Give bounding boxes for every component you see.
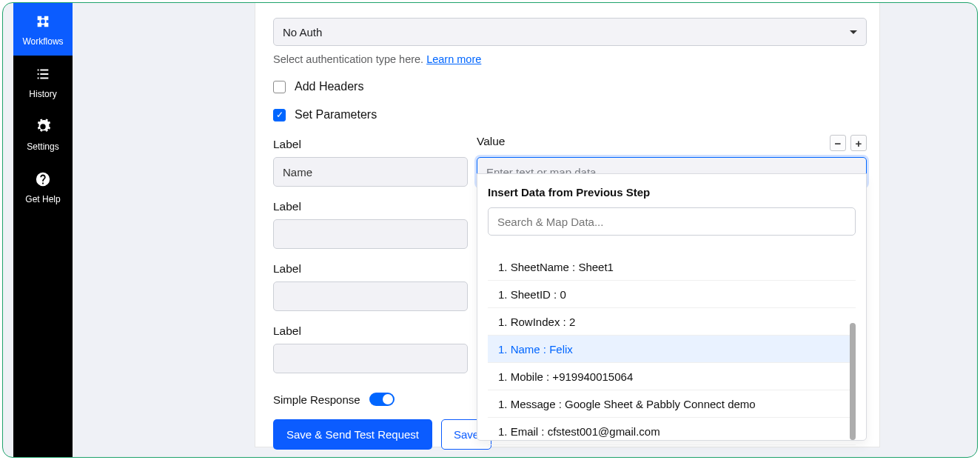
sidebar-item-label: Get Help <box>25 194 60 204</box>
chevron-down-icon <box>850 30 857 34</box>
dropdown-item[interactable]: 1. SheetID : 0 <box>488 281 856 308</box>
workflow-icon <box>35 13 51 32</box>
save-send-button[interactable]: Save & Send Test Request <box>273 419 432 450</box>
param-label-header: Label <box>273 138 468 151</box>
set-parameters-label: Set Parameters <box>295 108 377 121</box>
dropdown-title: Insert Data from Previous Step <box>488 186 856 199</box>
dropdown-item[interactable]: 1. Name : Felix <box>488 336 856 363</box>
sidebar-item-gethelp[interactable]: Get Help <box>13 161 73 213</box>
auth-helper-text: Select authentication type here. Learn m… <box>273 53 867 65</box>
help-icon <box>35 171 51 190</box>
add-param-button[interactable]: + <box>850 135 867 151</box>
add-headers-row: Add Headers <box>273 80 867 93</box>
parameters-section: Label Value − + Insert Data from Previou… <box>273 135 867 373</box>
list-icon <box>35 66 51 84</box>
dropdown-item[interactable]: 1. SheetName : Sheet1 <box>488 253 856 281</box>
learn-more-link[interactable]: Learn more <box>426 53 481 65</box>
param-label-input[interactable] <box>273 157 468 187</box>
simple-response-toggle[interactable] <box>369 393 395 406</box>
sidebar-item-label: Settings <box>27 141 58 152</box>
sidebar-item-workflows[interactable]: Workflows <box>13 3 73 56</box>
app-frame: Workflows History Settings Get Help No A… <box>2 2 978 458</box>
map-data-dropdown: Insert Data from Previous Step 1. SheetN… <box>477 173 867 441</box>
set-parameters-row: ✓ Set Parameters <box>273 108 867 121</box>
dropdown-item[interactable]: 1. Email : cfstest001@gmail.com <box>488 418 856 445</box>
config-card: No Auth Select authentication type here.… <box>255 3 880 447</box>
param-label-input[interactable] <box>273 281 468 311</box>
dropdown-search-input[interactable] <box>488 207 856 236</box>
dropdown-scrollbar[interactable] <box>850 323 856 440</box>
add-headers-checkbox[interactable] <box>273 81 286 93</box>
remove-param-button[interactable]: − <box>830 135 846 151</box>
sidebar-item-settings[interactable]: Settings <box>13 108 73 161</box>
sidebar-item-history[interactable]: History <box>13 56 73 108</box>
param-label-input[interactable] <box>273 219 468 249</box>
sidebar-item-label: History <box>29 89 56 99</box>
simple-response-label: Simple Response <box>273 393 360 406</box>
dropdown-item[interactable]: 1. Mobile : +919940015064 <box>488 363 856 390</box>
add-headers-label: Add Headers <box>295 80 363 93</box>
auth-selected-value: No Auth <box>283 26 322 39</box>
param-value-header: Value <box>477 135 506 151</box>
dropdown-item[interactable]: 1. RowIndex : 2 <box>488 308 856 336</box>
auth-type-select[interactable]: No Auth <box>273 18 867 46</box>
dropdown-item[interactable]: 1. Message : Google Sheet & Pabbly Conne… <box>488 390 856 418</box>
sidebar-item-label: Workflows <box>22 36 63 47</box>
set-parameters-checkbox[interactable]: ✓ <box>273 109 286 121</box>
param-label-input[interactable] <box>273 344 468 373</box>
dropdown-list: 1. SheetName : Sheet1 1. SheetID : 0 1. … <box>488 253 856 440</box>
gear-icon <box>35 119 51 137</box>
sidebar: Workflows History Settings Get Help <box>13 3 73 457</box>
